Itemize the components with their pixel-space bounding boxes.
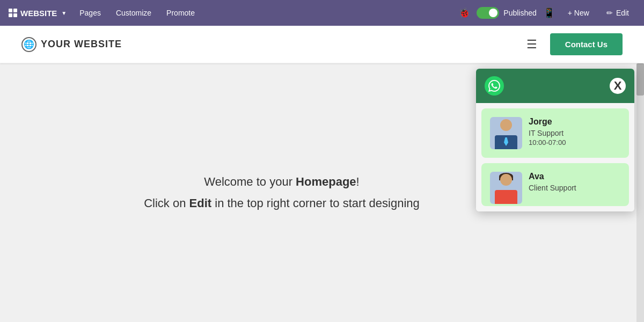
jorge-head xyxy=(500,119,512,131)
website-brand[interactable]: WEBSITE ▼ xyxy=(9,9,67,18)
nav-promote[interactable]: Promote xyxy=(160,5,201,20)
widget-close-button[interactable]: X xyxy=(610,78,626,94)
jorge-name: Jorge xyxy=(529,117,620,127)
contact-us-button[interactable]: Contact Us xyxy=(550,33,623,55)
chevron-down-icon: ▼ xyxy=(61,10,67,16)
edit-label: Edit xyxy=(616,9,629,17)
hero-exclamation: ! xyxy=(356,175,360,188)
grid-icon xyxy=(9,9,17,17)
hero-bold: Homepage xyxy=(296,175,356,188)
ava-name: Ava xyxy=(529,172,620,181)
jorge-info: Jorge IT Support 10:00-07:00 xyxy=(529,117,620,147)
nav-pages[interactable]: Pages xyxy=(73,5,107,20)
hero-line2-prefix: Click on xyxy=(144,196,189,210)
new-button[interactable]: + New xyxy=(561,6,596,20)
mobile-preview-icon[interactable]: 📱 xyxy=(541,5,557,21)
agent-avatar-ava xyxy=(490,172,522,204)
ava-avatar-figure xyxy=(490,172,522,204)
widget-header: X xyxy=(476,69,634,103)
ava-body xyxy=(495,190,517,204)
publish-toggle-switch[interactable] xyxy=(477,7,499,19)
brand-label: WEBSITE xyxy=(20,9,57,18)
edit-button[interactable]: ✏ Edit xyxy=(600,6,635,20)
globe-icon: 🌐 xyxy=(21,37,36,52)
hero-line2: Click on Edit in the top right corner to… xyxy=(144,193,420,214)
hero-line1: Welcome to your Homepage! xyxy=(144,171,420,193)
agent-card-ava[interactable]: Ava Client Support xyxy=(481,163,629,206)
hero-section: Welcome to your Homepage! Click on Edit … xyxy=(144,171,420,214)
hero-text-prefix: Welcome to your xyxy=(204,175,296,188)
site-logo: 🌐 YOUR WEBSITE xyxy=(21,37,122,52)
whatsapp-widget: X Jorge IT Support 10:00-07:00 xyxy=(476,69,634,211)
ava-head xyxy=(500,174,512,186)
site-nav: 🌐 YOUR WEBSITE ☰ Contact Us xyxy=(0,26,644,63)
jorge-hours: 10:00-07:00 xyxy=(529,138,620,147)
main-content: Welcome to your Homepage! Click on Edit … xyxy=(0,63,644,322)
published-toggle: Published xyxy=(477,7,537,19)
logo-text: YOUR WEBSITE xyxy=(41,39,122,50)
hero-edit-word: Edit xyxy=(189,196,212,210)
jorge-role: IT Support xyxy=(529,129,620,137)
nav-customize[interactable]: Customize xyxy=(109,5,158,20)
widget-body: Jorge IT Support 10:00-07:00 Ava Client … xyxy=(476,103,634,211)
hamburger-menu[interactable]: ☰ xyxy=(526,39,537,50)
scrollbar-thumb[interactable] xyxy=(636,63,644,96)
agent-card-jorge[interactable]: Jorge IT Support 10:00-07:00 xyxy=(481,108,629,158)
right-controls: 🐞 Published 📱 + New ✏ Edit xyxy=(456,5,635,21)
hero-line2-suffix: in the top right corner to start designi… xyxy=(211,196,420,210)
debug-icon[interactable]: 🐞 xyxy=(456,5,472,21)
published-label: Published xyxy=(503,9,537,17)
scrollbar[interactable] xyxy=(636,63,644,322)
admin-bar: WEBSITE ▼ Pages Customize Promote 🐞 Publ… xyxy=(0,0,644,26)
ava-info: Ava Client Support xyxy=(529,172,620,192)
pencil-icon: ✏ xyxy=(606,9,613,17)
agent-avatar-jorge xyxy=(490,117,522,149)
ava-role: Client Support xyxy=(529,184,620,192)
whatsapp-icon xyxy=(485,76,504,96)
jorge-avatar-figure xyxy=(490,117,522,149)
